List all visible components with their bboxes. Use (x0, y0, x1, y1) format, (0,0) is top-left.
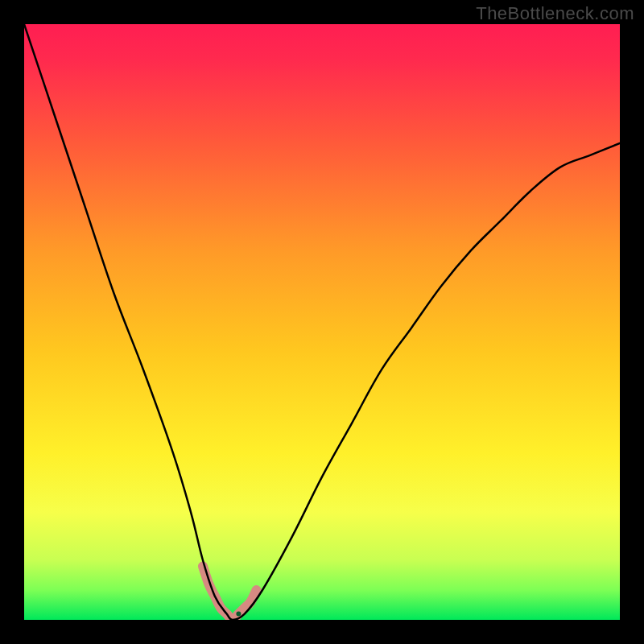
matched-segment (203, 566, 257, 620)
plot-frame (24, 24, 620, 620)
chart-container: TheBottleneck.com (0, 0, 644, 644)
bottleneck-curve (24, 24, 620, 620)
curve-layer (24, 24, 620, 620)
min-point-dot (236, 612, 241, 617)
watermark-text: TheBottleneck.com (476, 3, 634, 24)
